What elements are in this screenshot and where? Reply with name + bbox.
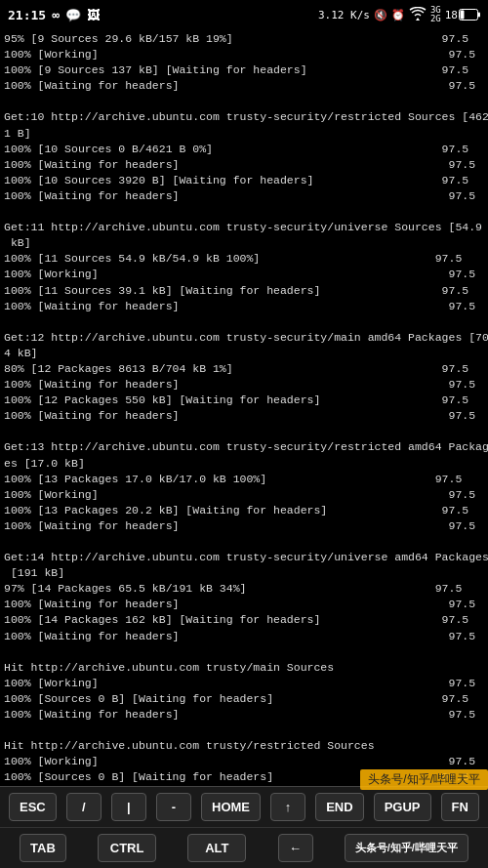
keyboard-bar: ESC/|-HOME↑ENDPGUPFN TABCTRLALT←头条号/知乎/哔… — [0, 786, 488, 868]
keyboard-row-2: TABCTRLALT←头条号/知乎/哔哩天平 — [0, 828, 488, 868]
terminal-output: 95% [9 Sources 29.6 kB/157 kB 19%] 97.5 … — [0, 29, 488, 786]
key-xxxxxxxxxxx[interactable]: 头条号/知乎/哔哩天平 — [345, 834, 468, 862]
wifi-icon — [409, 7, 427, 23]
status-bar: 21:15 ∞ 💬 🖼 3.12 K/s 🔇 ⏰ 3G2G 18 — [0, 0, 488, 29]
status-right: 3.12 K/s 🔇 ⏰ 3G2G 18 — [318, 6, 480, 23]
key-[interactable]: / — [66, 793, 102, 821]
svg-rect-2 — [461, 11, 465, 20]
key-[interactable]: ↑ — [270, 793, 305, 821]
key-fn[interactable]: FN — [441, 793, 479, 821]
key-end[interactable]: END — [315, 793, 363, 821]
key-x[interactable]: ← — [278, 834, 313, 862]
battery-level: 18 — [445, 9, 458, 21]
signal-3g: 3G2G — [430, 6, 441, 23]
key-[interactable]: - — [156, 793, 191, 821]
key-ctrl[interactable]: CTRL — [98, 834, 156, 862]
time-display: 21:15 — [8, 8, 46, 22]
message-icon: 💬 — [65, 8, 81, 22]
clock-icon: ⏰ — [391, 9, 405, 21]
key-pgup[interactable]: PGUP — [374, 793, 431, 821]
volume-icon: 🔇 — [374, 9, 387, 21]
status-left: 21:15 ∞ 💬 🖼 — [8, 8, 100, 22]
key-[interactable]: | — [111, 793, 146, 821]
key-home[interactable]: HOME — [201, 793, 261, 821]
key-tab[interactable]: TAB — [20, 834, 66, 862]
keyboard-row-1: ESC/|-HOME↑ENDPGUPFN — [0, 787, 488, 828]
watermark: 头条号/知乎/哔哩天平 — [360, 769, 488, 790]
infinity-icon: ∞ — [52, 8, 60, 22]
key-esc[interactable]: ESC — [9, 793, 57, 821]
image-icon: 🖼 — [87, 8, 100, 22]
battery-icon: 18 — [445, 9, 480, 21]
key-alt[interactable]: ALT — [187, 834, 246, 862]
network-speed: 3.12 K/s — [318, 9, 370, 21]
svg-rect-1 — [478, 13, 480, 18]
